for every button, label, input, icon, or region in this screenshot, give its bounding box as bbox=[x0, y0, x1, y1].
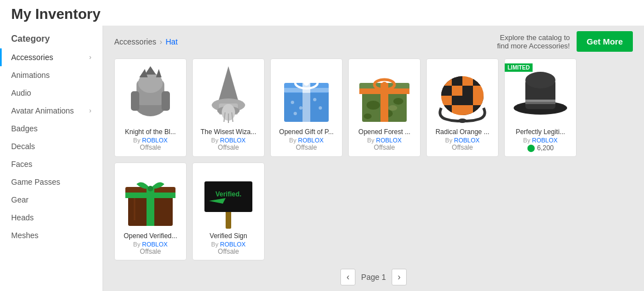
item-card[interactable]: Verified. Verified SignBy ROBLOXOffsale bbox=[192, 162, 265, 260]
item-price: Offsale bbox=[374, 144, 395, 151]
creator-by-label: By bbox=[289, 137, 298, 144]
item-image bbox=[120, 63, 181, 125]
item-creator-name[interactable]: ROBLOX bbox=[298, 137, 324, 144]
svg-rect-3 bbox=[131, 91, 139, 111]
svg-rect-49 bbox=[473, 76, 484, 86]
item-card[interactable]: Knight of the Bl...By ROBLOXOffsale bbox=[114, 58, 187, 157]
svg-point-70 bbox=[148, 186, 153, 191]
item-name: The Wisest Wiza... bbox=[197, 128, 260, 136]
item-name: Opened Forest ... bbox=[353, 128, 416, 136]
page-container: My Inventory Category Accessories›Animat… bbox=[0, 0, 644, 291]
item-card[interactable]: The Wisest Wiza...By ROBLOXOffsale bbox=[192, 58, 265, 157]
breadcrumb-separator: › bbox=[159, 37, 162, 46]
item-creator-name[interactable]: ROBLOX bbox=[220, 241, 246, 248]
sidebar-item-decals[interactable]: Decals bbox=[0, 137, 103, 155]
item-creator-name[interactable]: ROBLOX bbox=[454, 137, 480, 144]
svg-point-27 bbox=[294, 112, 297, 115]
item-name: Opened Verified... bbox=[119, 232, 182, 240]
svg-rect-47 bbox=[452, 86, 462, 96]
pagination: ‹ Page 1 › bbox=[114, 269, 633, 285]
sidebar-item-audio[interactable]: Audio bbox=[0, 84, 103, 102]
item-creator-name[interactable]: ROBLOX bbox=[142, 241, 168, 248]
item-price: Offsale bbox=[296, 144, 317, 151]
get-more-button[interactable]: Get More bbox=[577, 31, 633, 52]
svg-point-31 bbox=[367, 101, 380, 110]
page-label: Page 1 bbox=[361, 273, 386, 282]
svg-rect-45 bbox=[452, 76, 462, 86]
svg-text:Verified.: Verified. bbox=[216, 190, 242, 198]
sidebar-item-label: Audio bbox=[11, 88, 31, 97]
sidebar-item-meshes[interactable]: Meshes bbox=[0, 226, 103, 244]
item-card[interactable]: Opened Gift of P...By ROBLOXOffsale bbox=[270, 58, 343, 157]
item-name: Verified Sign bbox=[197, 232, 260, 240]
svg-rect-54 bbox=[441, 105, 452, 115]
svg-marker-5 bbox=[145, 66, 156, 75]
breadcrumb-parent[interactable]: Accessories bbox=[114, 37, 156, 46]
sidebar-item-label: Badges bbox=[11, 124, 37, 133]
category-label: Category bbox=[0, 31, 103, 48]
svg-rect-56 bbox=[462, 96, 473, 105]
sidebar-item-game-passes[interactable]: Game Passes bbox=[0, 173, 103, 191]
item-creator-row: By ROBLOX bbox=[289, 137, 324, 144]
chevron-right-icon: › bbox=[89, 107, 91, 115]
svg-rect-48 bbox=[462, 76, 473, 86]
creator-by-label: By bbox=[133, 241, 142, 248]
sidebar-item-gear[interactable]: Gear bbox=[0, 191, 103, 209]
item-creator-row: By ROBLOX bbox=[133, 137, 168, 144]
svg-rect-59 bbox=[473, 105, 484, 115]
svg-rect-57 bbox=[473, 96, 484, 105]
item-creator-row: By ROBLOX bbox=[367, 137, 402, 144]
svg-rect-4 bbox=[162, 91, 170, 111]
svg-marker-7 bbox=[156, 69, 162, 77]
svg-point-34 bbox=[364, 114, 372, 119]
item-card[interactable]: Radical Orange ...By ROBLOXOffsale bbox=[426, 58, 499, 157]
main-layout: Category Accessories›AnimationsAudioAvat… bbox=[0, 26, 644, 291]
item-card[interactable]: Opened Forest ...By ROBLOXOffsale bbox=[348, 58, 421, 157]
sidebar-item-animations[interactable]: Animations bbox=[0, 66, 103, 84]
svg-rect-46 bbox=[441, 86, 452, 96]
svg-rect-52 bbox=[441, 96, 452, 105]
limited-badge: LIMITED bbox=[505, 63, 533, 72]
creator-by-label: By bbox=[523, 137, 532, 144]
item-name: Opened Gift of P... bbox=[275, 128, 338, 136]
svg-rect-44 bbox=[441, 76, 452, 86]
item-price: Offsale bbox=[218, 248, 239, 255]
sidebar-item-accessories[interactable]: Accessories› bbox=[0, 48, 103, 66]
svg-point-63 bbox=[525, 72, 555, 88]
item-card[interactable]: Opened Verified...By ROBLOXOffsale bbox=[114, 162, 187, 260]
breadcrumb-current[interactable]: Hat bbox=[165, 37, 178, 46]
next-page-button[interactable]: › bbox=[392, 269, 407, 285]
creator-by-label: By bbox=[211, 241, 220, 248]
svg-point-26 bbox=[319, 106, 322, 110]
svg-point-25 bbox=[313, 98, 316, 101]
item-price: Offsale bbox=[140, 248, 161, 255]
creator-by-label: By bbox=[133, 137, 142, 144]
robux-icon: ⬤ bbox=[527, 144, 535, 152]
item-card[interactable]: LIMITED Perfectly Legiti...By ROBLOX⬤6,2… bbox=[504, 58, 577, 157]
item-name: Radical Orange ... bbox=[431, 128, 494, 136]
svg-rect-55 bbox=[452, 105, 462, 115]
sidebar-item-label: Avatar Animations bbox=[11, 106, 74, 115]
page-title: My Inventory bbox=[0, 0, 644, 26]
svg-rect-50 bbox=[462, 86, 473, 96]
item-creator-name[interactable]: ROBLOX bbox=[376, 137, 402, 144]
svg-point-33 bbox=[393, 98, 403, 105]
item-creator-name[interactable]: ROBLOX bbox=[142, 137, 168, 144]
item-image bbox=[432, 63, 493, 125]
item-creator-row: By ROBLOX bbox=[133, 241, 168, 248]
sidebar-item-label: Gear bbox=[11, 195, 28, 204]
item-creator-name[interactable]: ROBLOX bbox=[220, 137, 246, 144]
sidebar-item-heads[interactable]: Heads bbox=[0, 209, 103, 226]
sidebar-item-label: Heads bbox=[11, 213, 33, 222]
svg-point-39 bbox=[382, 82, 387, 87]
prev-page-button[interactable]: ‹ bbox=[340, 269, 355, 285]
content-area: Accessories › Hat Explore the catalog to… bbox=[103, 26, 644, 291]
sidebar-item-avatar-animations[interactable]: Avatar Animations› bbox=[0, 102, 103, 120]
item-name: Knight of the Bl... bbox=[119, 128, 182, 136]
item-creator-row: By ROBLOX bbox=[211, 137, 246, 144]
item-creator-name[interactable]: ROBLOX bbox=[532, 137, 558, 144]
sidebar-item-badges[interactable]: Badges bbox=[0, 120, 103, 137]
sidebar-item-faces[interactable]: Faces bbox=[0, 155, 103, 173]
sidebar: Category Accessories›AnimationsAudioAvat… bbox=[0, 26, 103, 291]
svg-point-23 bbox=[291, 101, 294, 104]
